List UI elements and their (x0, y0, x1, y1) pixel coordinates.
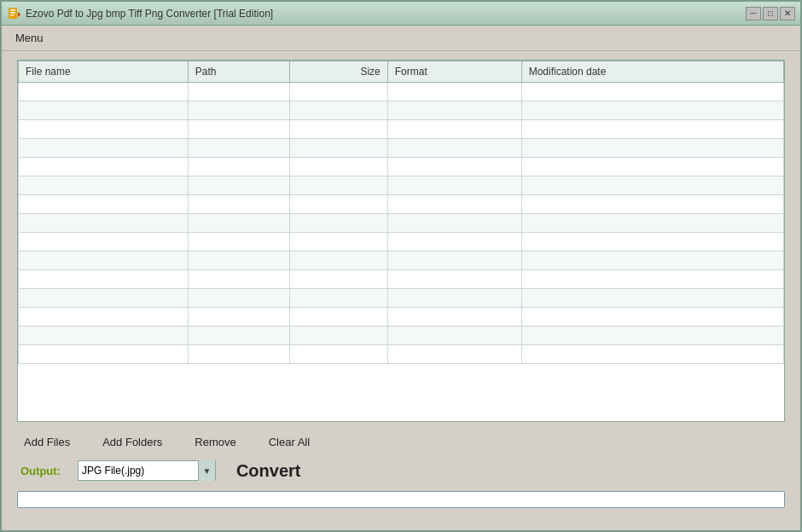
action-buttons: Add Files Add Folders Remove Clear All (17, 434, 785, 450)
table-row (19, 176, 784, 195)
output-select-wrapper: JPG File(.jpg)BMP File(.bmp)TIFF File(.t… (78, 460, 216, 481)
output-row: Output: JPG File(.jpg)BMP File(.bmp)TIFF… (17, 460, 785, 481)
table-row (19, 252, 784, 270)
table-row (19, 233, 784, 252)
table-row (19, 120, 784, 139)
table-row (19, 83, 784, 101)
svg-marker-4 (18, 12, 20, 17)
svg-rect-1 (10, 9, 15, 11)
table-row (19, 139, 784, 158)
col-header-moddate: Modification date (521, 61, 783, 83)
table-row (19, 214, 784, 233)
title-bar-buttons: ─ □ ✕ (746, 7, 795, 20)
dropdown-arrow-icon[interactable]: ▼ (198, 460, 215, 481)
title-bar-left: Ezovo Pdf to Jpg bmp Tiff Png Converter … (7, 7, 273, 20)
svg-rect-3 (10, 14, 14, 16)
svg-rect-2 (10, 12, 15, 14)
table-row (19, 308, 784, 327)
table-row (19, 158, 784, 176)
close-button[interactable]: ✕ (780, 7, 795, 20)
file-table-wrapper: File name Path Size Format Modification … (17, 60, 785, 422)
app-icon (7, 7, 20, 20)
output-label: Output: (20, 465, 61, 477)
main-window: Ezovo Pdf to Jpg bmp Tiff Png Converter … (0, 0, 802, 532)
add-folders-button[interactable]: Add Folders (99, 434, 166, 450)
table-row (19, 195, 784, 214)
minimize-button[interactable]: ─ (746, 7, 761, 20)
progress-bar (17, 491, 785, 508)
col-header-filename: File name (19, 61, 189, 83)
window-title: Ezovo Pdf to Jpg bmp Tiff Png Converter … (26, 8, 273, 20)
clear-all-button[interactable]: Clear All (265, 434, 313, 450)
title-bar: Ezovo Pdf to Jpg bmp Tiff Png Converter … (2, 2, 800, 26)
col-header-size: Size (289, 61, 387, 83)
table-row (19, 289, 784, 308)
table-row (19, 270, 784, 289)
table-row (19, 101, 784, 120)
table-row (19, 327, 784, 345)
add-files-button[interactable]: Add Files (20, 434, 73, 450)
convert-button[interactable]: Convert (233, 461, 305, 481)
file-table: File name Path Size Format Modification … (18, 61, 784, 364)
bottom-controls: Add Files Add Folders Remove Clear All O… (17, 422, 785, 522)
menu-item-menu[interactable]: Menu (9, 28, 50, 48)
output-format-select[interactable]: JPG File(.jpg)BMP File(.bmp)TIFF File(.t… (78, 461, 198, 480)
menubar: Menu (2, 26, 800, 51)
col-header-path: Path (188, 61, 289, 83)
col-header-format: Format (387, 61, 521, 83)
table-row (19, 345, 784, 364)
restore-button[interactable]: □ (763, 7, 778, 20)
main-content: File name Path Size Format Modification … (2, 51, 800, 530)
remove-button[interactable]: Remove (191, 434, 239, 450)
